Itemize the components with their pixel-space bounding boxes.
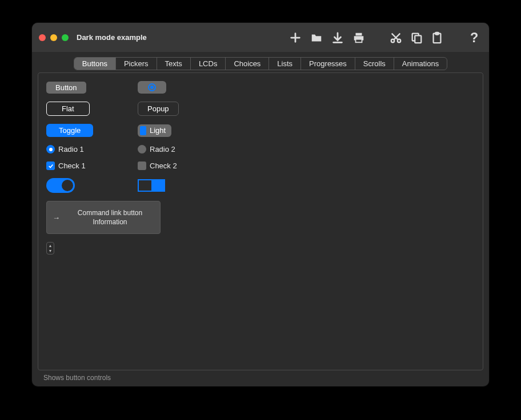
tab-pickers[interactable]: Pickers	[116, 58, 157, 70]
chevron-down-icon: ▾	[49, 249, 51, 253]
flat-button[interactable]: Flat	[46, 102, 90, 116]
minimize-icon[interactable]	[50, 34, 57, 41]
check-2[interactable]: Check 2	[138, 161, 177, 170]
svg-text:?: ?	[470, 30, 478, 45]
svg-rect-14	[435, 32, 439, 34]
tab-choices[interactable]: Choices	[226, 58, 269, 70]
button[interactable]: Button	[46, 82, 86, 94]
svg-rect-4	[356, 33, 362, 35]
command-link-subtitle: Information	[93, 217, 127, 227]
tab-animations[interactable]: Animations	[394, 58, 447, 70]
chevron-up-icon: ▴	[49, 244, 51, 248]
copy-icon[interactable]	[410, 31, 423, 44]
tab-progresses[interactable]: Progresses	[301, 58, 355, 70]
toggle-button[interactable]: Toggle	[46, 124, 93, 137]
tab-lcds[interactable]: LCDs	[191, 58, 226, 70]
popup-button[interactable]: Popup	[138, 102, 179, 116]
radio-2[interactable]: Radio 2	[138, 145, 175, 154]
arrow-right-icon: →	[53, 213, 60, 222]
clipboard-icon[interactable]	[431, 31, 443, 45]
tab-lists[interactable]: Lists	[269, 58, 301, 70]
tab-scrolls[interactable]: Scrolls	[355, 58, 394, 70]
titlebar: Dark mode example ?	[32, 23, 489, 52]
tab-bar: Buttons Pickers Texts LCDs Choices Lists…	[32, 52, 489, 70]
check-2-label: Check 2	[150, 161, 177, 170]
svg-rect-6	[356, 39, 362, 42]
status-bar: Shows button controls	[38, 370, 483, 386]
content-panel: Button Flat Popup Toggle Light Radio 1 R…	[38, 72, 483, 370]
add-icon[interactable]	[289, 31, 302, 44]
tab-texts[interactable]: Texts	[157, 58, 191, 70]
window: Dark mode example ? Buttons Pickers Text…	[32, 23, 489, 386]
toolbar: ?	[289, 30, 482, 45]
radio-1[interactable]: Radio 1	[46, 145, 84, 154]
light-button-label: Light	[150, 126, 166, 135]
help-icon[interactable]: ?	[467, 30, 479, 45]
window-title: Dark mode example	[77, 33, 147, 42]
cut-icon[interactable]	[390, 31, 402, 44]
light-button[interactable]: Light	[138, 124, 171, 137]
radio-1-label: Radio 1	[58, 145, 84, 154]
print-icon[interactable]	[352, 31, 366, 44]
folder-icon[interactable]	[310, 31, 323, 44]
command-link-button[interactable]: → Command link button Information	[46, 201, 161, 234]
svg-rect-12	[415, 35, 421, 43]
switch-square[interactable]	[138, 179, 165, 192]
close-icon[interactable]	[39, 34, 46, 41]
zoom-icon[interactable]	[62, 34, 69, 41]
check-1[interactable]: Check 1	[46, 161, 86, 170]
tabs: Buttons Pickers Texts LCDs Choices Lists…	[74, 57, 447, 70]
tab-buttons[interactable]: Buttons	[74, 58, 116, 70]
window-controls	[39, 34, 69, 41]
spin-box[interactable]: ▴ ▾	[46, 242, 54, 255]
command-link-title: Command link button	[78, 208, 142, 217]
switch-rounded[interactable]	[46, 178, 75, 193]
check-1-label: Check 1	[58, 161, 86, 170]
download-icon[interactable]	[331, 31, 344, 44]
radio-style-button[interactable]	[138, 81, 166, 94]
radio-2-label: Radio 2	[150, 145, 175, 154]
